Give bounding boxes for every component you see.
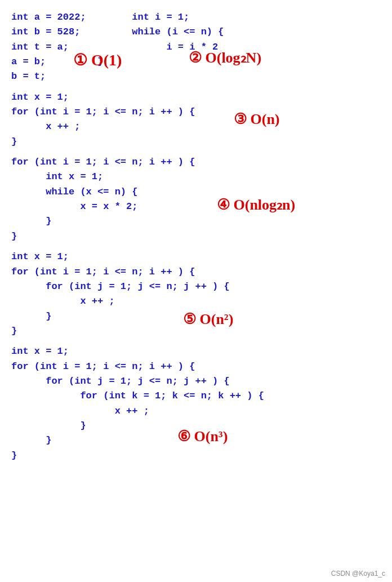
section-4: int x = 1; for (int i = 1; i <= n; i ++ … xyxy=(11,250,381,339)
code-section-3: for (int i = 1; i <= n; i ++ ) { int x =… xyxy=(11,155,381,244)
watermark: CSDN @Koya1_c xyxy=(331,570,385,577)
section-1: int a = 2022; int i = 1; int b = 528; wh… xyxy=(11,10,381,85)
section-3: for (int i = 1; i <= n; i ++ ) { int x =… xyxy=(11,155,381,244)
code-section-5: int x = 1; for (int i = 1; i <= n; i ++ … xyxy=(11,344,381,463)
code-section-1: int a = 2022; int i = 1; int b = 528; wh… xyxy=(11,10,381,85)
section-2: int x = 1; for (int i = 1; i <= n; i ++ … xyxy=(11,90,381,149)
code-section-2: int x = 1; for (int i = 1; i <= n; i ++ … xyxy=(11,90,381,149)
section-5: int x = 1; for (int i = 1; i <= n; i ++ … xyxy=(11,344,381,463)
code-section-4: int x = 1; for (int i = 1; i <= n; i ++ … xyxy=(11,250,381,339)
